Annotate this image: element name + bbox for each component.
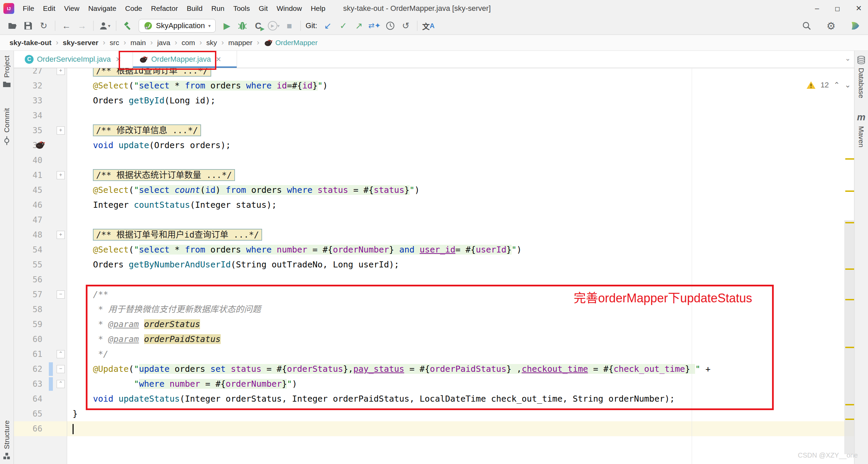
fold-marker-icon[interactable]: + <box>57 68 65 75</box>
menu-navigate[interactable]: Navigate <box>88 4 116 13</box>
code-line-65[interactable]: } <box>67 406 854 421</box>
translate-icon[interactable]: 文A <box>421 19 436 33</box>
code-line-55[interactable]: Orders getByNumberAndUserId(String outTr… <box>67 257 854 272</box>
breadcrumb-item-sky[interactable]: sky <box>206 39 217 47</box>
code-line-61[interactable]: */ <box>67 347 854 362</box>
close-icon[interactable]: ✕ <box>856 4 862 13</box>
menu-run[interactable]: Run <box>211 4 224 13</box>
fold-marker-icon[interactable]: ⌃ <box>57 350 65 358</box>
menu-build[interactable]: Build <box>187 4 203 13</box>
save-icon[interactable] <box>20 19 36 33</box>
profile-icon[interactable]: ▾ <box>97 19 113 33</box>
tool-window-structure[interactable]: Structure <box>3 420 11 460</box>
code-line-32[interactable]: @Select("select * from orders where id=#… <box>67 78 854 93</box>
error-stripe-warning-mark[interactable] <box>845 268 854 270</box>
menu-git[interactable]: Git <box>259 4 268 13</box>
code-editor[interactable]: 27+32333435+394041+45464748+54555657−585… <box>14 68 854 464</box>
code-line-46[interactable]: Integer countStatus(Integer status); <box>67 198 854 213</box>
forward-icon[interactable]: → <box>74 19 90 33</box>
sync-icon[interactable]: ↻ <box>36 19 52 33</box>
settings-icon[interactable]: ⚙ <box>823 19 839 33</box>
git-commit-icon[interactable]: ✓ <box>336 19 351 33</box>
run-configuration-select[interactable]: SkyApplication ▾ <box>139 19 216 33</box>
git-push-icon[interactable]: ↗ <box>351 19 367 33</box>
menu-edit[interactable]: Edit <box>43 4 55 13</box>
breadcrumb-item-com[interactable]: com <box>182 39 195 47</box>
code-line-35[interactable]: /** 修改订单信息 ...*/ <box>67 123 854 138</box>
code-line-41[interactable]: /** 根据状态统计订单数量 ...*/ <box>67 168 854 183</box>
code-line-47[interactable] <box>67 213 854 227</box>
code-line-40[interactable] <box>67 153 854 168</box>
code-line-59[interactable]: * @param orderStatus <box>67 317 854 332</box>
breadcrumb-item-sky-take-out[interactable]: sky-take-out <box>9 39 52 47</box>
code-line-33[interactable]: Orders getById(Long id); <box>67 93 854 108</box>
build-hammer-icon[interactable] <box>120 19 135 33</box>
code-line-27[interactable]: /** 根据id查询订单 ...*/ <box>67 68 854 78</box>
tab-close-icon[interactable]: ✕ <box>116 55 121 63</box>
code-line-34[interactable] <box>67 108 854 123</box>
tool-window-project[interactable]: Project <box>3 56 11 88</box>
git-history-icon[interactable] <box>382 19 398 33</box>
error-stripe-warning-mark[interactable] <box>845 404 854 405</box>
code-line-45[interactable]: @Select("select count(id) from orders wh… <box>67 183 854 198</box>
breadcrumb-item-src[interactable]: src <box>110 39 119 47</box>
code-line-62[interactable]: @Update("update orders set status = #{or… <box>67 362 854 377</box>
code-line-60[interactable]: * @param orderPaidStatus <box>67 332 854 347</box>
fold-marker-icon[interactable]: + <box>57 231 65 239</box>
run-icon[interactable]: ▶ <box>219 19 235 33</box>
code-line-56[interactable] <box>67 272 854 287</box>
breadcrumb-item-mapper[interactable]: mapper <box>228 39 252 47</box>
fold-marker-icon[interactable]: − <box>57 365 65 373</box>
plugin-play-icon[interactable] <box>848 19 863 33</box>
git-rollback-icon[interactable]: ↺ <box>398 19 414 33</box>
next-warning-icon[interactable]: ⌄ <box>845 81 851 89</box>
menu-code[interactable]: Code <box>125 4 142 13</box>
code-line-63[interactable]: "where number = #{orderNumber}") <box>67 377 854 391</box>
maximize-icon[interactable]: ◻ <box>835 5 840 13</box>
fold-marker-icon[interactable]: − <box>57 290 65 299</box>
tab-orderserviceimpl-java[interactable]: COrderServiceImpl.java✕ <box>19 51 133 68</box>
coverage-icon[interactable]: C ▶ <box>250 19 266 33</box>
error-stripe-warning-mark[interactable] <box>845 222 854 223</box>
open-icon[interactable] <box>5 19 20 33</box>
tool-window-database[interactable]: Database <box>857 56 865 98</box>
fold-marker-icon[interactable]: ⌃ <box>57 380 65 388</box>
menu-help[interactable]: Help <box>311 4 325 13</box>
menu-refactor[interactable]: Refactor <box>151 4 178 13</box>
menu-view[interactable]: View <box>64 4 79 13</box>
code-line-48[interactable]: /** 根据订单号和用户id查询订单 ...*/ <box>67 227 854 242</box>
error-stripe-warning-mark[interactable] <box>845 190 854 192</box>
code-line-66[interactable] <box>67 421 854 436</box>
code-line-54[interactable]: @Select("select * from orders where numb… <box>67 242 854 257</box>
breadcrumb-item-java[interactable]: java <box>157 39 171 47</box>
minimize-icon[interactable]: – <box>815 4 819 13</box>
hidden-tabs-chevron-icon[interactable]: ⌄ <box>845 54 851 62</box>
code-line-57[interactable]: /** <box>67 287 854 302</box>
debug-icon[interactable] <box>235 19 250 33</box>
stop-icon[interactable]: ■ <box>281 19 297 33</box>
git-update-icon[interactable]: ↙ <box>320 19 336 33</box>
error-stripe-warning-mark[interactable] <box>845 158 854 160</box>
tab-ordermapper-java[interactable]: OrderMapper.java✕ <box>133 51 237 68</box>
code-line-64[interactable]: void updateStatus(Integer orderStatus, I… <box>67 391 854 406</box>
code-line-39[interactable]: void update(Orders orders); <box>67 138 854 153</box>
breadcrumb-item-sky-server[interactable]: sky-server <box>63 39 98 47</box>
error-stripe-warning-mark[interactable] <box>845 299 854 300</box>
prev-warning-icon[interactable]: ⌃ <box>833 81 840 89</box>
editor-code-area[interactable]: /** 根据id查询订单 ...*/ @Select("select * fro… <box>67 68 854 464</box>
profiler-icon[interactable]: ▶ ▾ <box>266 19 281 33</box>
menu-tools[interactable]: Tools <box>233 4 250 13</box>
error-stripe-warning-mark[interactable] <box>845 347 854 348</box>
search-icon[interactable] <box>799 19 814 33</box>
fold-marker-icon[interactable]: + <box>57 126 65 135</box>
menu-window[interactable]: Window <box>277 4 302 13</box>
back-icon[interactable]: ← <box>59 19 74 33</box>
breadcrumb-item-ordermapper[interactable]: OrderMapper <box>264 39 318 47</box>
menu-file[interactable]: File <box>23 4 34 13</box>
error-stripe-warning-mark[interactable] <box>845 419 854 420</box>
tool-window-maven[interactable]: m Maven <box>857 112 866 147</box>
git-fetch-icon[interactable]: ⇄✦ <box>367 19 382 33</box>
tab-close-icon[interactable]: ✕ <box>216 55 221 63</box>
fold-marker-icon[interactable]: + <box>57 171 65 179</box>
tool-window-commit[interactable]: Commit <box>3 108 11 145</box>
